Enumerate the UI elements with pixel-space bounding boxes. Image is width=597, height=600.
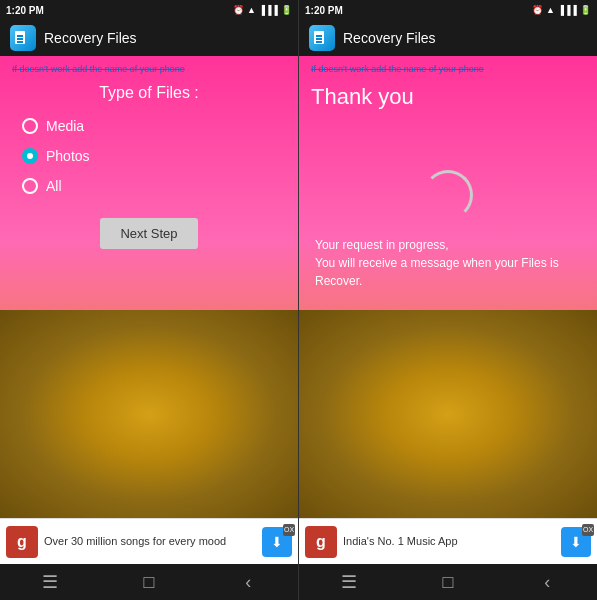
- right-ad-download-button[interactable]: ⬇ OX: [561, 527, 591, 557]
- left-title-bar: Recovery Files: [0, 20, 298, 56]
- right-home-icon[interactable]: □: [428, 564, 468, 600]
- right-status-bar: 1:20 PM ⏰ ▲ ▐▐▐ 🔋: [299, 0, 597, 20]
- left-section-title: Type of Files :: [12, 84, 286, 102]
- left-back-icon[interactable]: ‹: [228, 564, 268, 600]
- alarm-icon: ⏰: [233, 5, 244, 15]
- radio-media-label: Media: [46, 118, 84, 134]
- download-arrow-icon: ⬇: [271, 535, 283, 549]
- battery-icon: 🔋: [281, 5, 292, 15]
- right-time: 1:20 PM: [305, 5, 343, 16]
- left-status-bar: 1:20 PM ⏰ ▲ ▐▐▐ 🔋: [0, 0, 298, 20]
- left-app-icon: [10, 25, 36, 51]
- right-status-icons: ⏰ ▲ ▐▐▐ 🔋: [532, 5, 591, 15]
- progress-message: Your request in progress, You will recei…: [311, 236, 585, 290]
- right-warning-text: If doesn't work add the name of your pho…: [311, 64, 585, 76]
- radio-media-circle[interactable]: [22, 118, 38, 134]
- radio-photos-circle[interactable]: [22, 148, 38, 164]
- left-nav-bar: ☰ □ ‹: [0, 564, 298, 600]
- right-screen: 1:20 PM ⏰ ▲ ▐▐▐ 🔋 Recovery Files If does…: [299, 0, 597, 600]
- radio-all-label: All: [46, 178, 62, 194]
- right-ad-app-icon: g: [305, 526, 337, 558]
- screens-wrapper: 1:20 PM ⏰ ▲ ▐▐▐ 🔋 Recovery Files If does…: [0, 0, 597, 600]
- right-wifi-icon: ▲: [546, 5, 555, 15]
- right-battery-icon: 🔋: [580, 5, 591, 15]
- right-alarm-icon: ⏰: [532, 5, 543, 15]
- right-ad-text: India's No. 1 Music App: [343, 534, 555, 548]
- left-content-inner: If doesn't work add the name of your pho…: [12, 64, 286, 510]
- left-warning-text: If doesn't work add the name of your pho…: [12, 64, 286, 76]
- left-radio-group: Media Photos All: [22, 118, 286, 194]
- right-nav-bar: ☰ □ ‹: [299, 564, 597, 600]
- left-time: 1:20 PM: [6, 5, 44, 16]
- radio-all-circle[interactable]: [22, 178, 38, 194]
- right-title-bar: Recovery Files: [299, 20, 597, 56]
- radio-media[interactable]: Media: [22, 118, 286, 134]
- thank-you-text: Thank you: [311, 84, 585, 110]
- left-screen: 1:20 PM ⏰ ▲ ▐▐▐ 🔋 Recovery Files If does…: [0, 0, 298, 600]
- left-ad-close-badge[interactable]: OX: [283, 524, 295, 536]
- radio-photos-label: Photos: [46, 148, 90, 164]
- left-status-icons: ⏰ ▲ ▐▐▐ 🔋: [233, 5, 292, 15]
- radio-photos[interactable]: Photos: [22, 148, 286, 164]
- wifi-icon: ▲: [247, 5, 256, 15]
- left-home-icon[interactable]: □: [129, 564, 169, 600]
- progress-spinner: [423, 170, 473, 220]
- left-ad-download-button[interactable]: ⬇ OX: [262, 527, 292, 557]
- right-ad-close-badge[interactable]: OX: [582, 524, 594, 536]
- next-step-button[interactable]: Next Step: [100, 218, 197, 249]
- right-ad-bar: g India's No. 1 Music App ⬇ OX: [299, 518, 597, 564]
- right-content-inner: If doesn't work add the name of your pho…: [311, 64, 585, 510]
- left-menu-icon[interactable]: ☰: [30, 564, 70, 600]
- right-back-icon[interactable]: ‹: [527, 564, 567, 600]
- left-app-title: Recovery Files: [44, 30, 137, 46]
- right-app-title: Recovery Files: [343, 30, 436, 46]
- right-download-arrow-icon: ⬇: [570, 535, 582, 549]
- left-ad-app-icon: g: [6, 526, 38, 558]
- right-main-content: If doesn't work add the name of your pho…: [299, 56, 597, 518]
- left-ad-text: Over 30 million songs for every mood: [44, 534, 256, 548]
- right-signal-icon: ▐▐▐: [558, 5, 577, 15]
- right-menu-icon[interactable]: ☰: [329, 564, 369, 600]
- signal-icon: ▐▐▐: [259, 5, 278, 15]
- right-app-icon: [309, 25, 335, 51]
- radio-all[interactable]: All: [22, 178, 286, 194]
- left-main-content: If doesn't work add the name of your pho…: [0, 56, 298, 518]
- left-ad-bar: g Over 30 million songs for every mood ⬇…: [0, 518, 298, 564]
